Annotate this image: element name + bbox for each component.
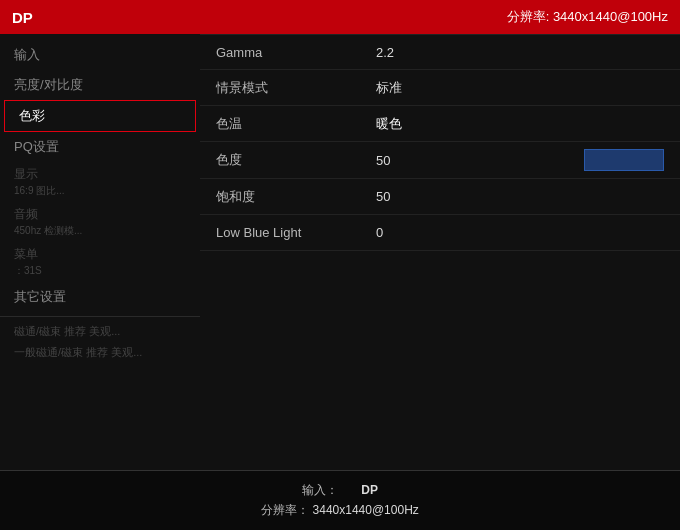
sidebar-item-sub2[interactable]: 一般磁通/磁束 推荐 美观... bbox=[0, 342, 200, 363]
sidebar: 输入 亮度/对比度 色彩 PQ设置 显示 16:9 图比... 音频 450hz… bbox=[0, 34, 200, 470]
content-area: 输入 亮度/对比度 色彩 PQ设置 显示 16:9 图比... 音频 450hz… bbox=[0, 34, 680, 470]
low-blue-value: 0 bbox=[376, 225, 664, 240]
sidebar-item-display[interactable]: 显示 16:9 图比... bbox=[0, 162, 200, 202]
resolution-display: 分辨率: 3440x1440@100Hz bbox=[507, 8, 668, 26]
gamma-label: Gamma bbox=[216, 45, 376, 60]
top-bar: DP 分辨率: 3440x1440@100Hz bbox=[0, 0, 680, 34]
low-blue-row[interactable]: Low Blue Light 0 bbox=[200, 215, 680, 251]
low-blue-label: Low Blue Light bbox=[216, 225, 376, 240]
sidebar-item-other[interactable]: 其它设置 bbox=[0, 282, 200, 312]
scene-label: 情景模式 bbox=[216, 79, 376, 97]
source-label: DP bbox=[12, 9, 33, 26]
gamma-row[interactable]: Gamma 2.2 bbox=[200, 34, 680, 70]
color-temp-row[interactable]: 色温 暖色 bbox=[200, 106, 680, 142]
main-panel: Gamma 2.2 情景模式 标准 色温 暖色 色度 50 饱和度 bbox=[200, 34, 680, 470]
sidebar-item-input[interactable]: 输入 bbox=[0, 40, 200, 70]
monitor-osd: DP 分辨率: 3440x1440@100Hz 输入 亮度/对比度 色彩 PQ设… bbox=[0, 0, 680, 530]
footer-res-label: 分辨率： bbox=[261, 503, 309, 517]
footer-input-label: 输入： bbox=[302, 483, 338, 497]
hue-label: 色度 bbox=[216, 151, 376, 169]
sidebar-item-color[interactable]: 色彩 bbox=[4, 100, 196, 132]
sidebar-divider-1 bbox=[0, 316, 200, 317]
sidebar-bottom-spacer bbox=[0, 363, 200, 403]
saturation-label: 饱和度 bbox=[216, 188, 376, 206]
sidebar-item-extra[interactable] bbox=[0, 403, 200, 418]
hue-row[interactable]: 色度 50 bbox=[200, 142, 680, 179]
saturation-value: 50 bbox=[376, 189, 664, 204]
footer-info: 输入： DP 分辨率： 3440x1440@100Hz bbox=[261, 481, 419, 519]
sidebar-item-pq[interactable]: PQ设置 bbox=[0, 132, 200, 162]
scene-value: 标准 bbox=[376, 79, 664, 97]
gamma-value: 2.2 bbox=[376, 45, 664, 60]
sidebar-item-menu[interactable]: 菜单 ：31S bbox=[0, 242, 200, 282]
hue-value: 50 bbox=[376, 153, 574, 168]
sidebar-item-brightness[interactable]: 亮度/对比度 bbox=[0, 70, 200, 100]
color-temp-value: 暖色 bbox=[376, 115, 664, 133]
sidebar-item-audio[interactable]: 音频 450hz 检测模... bbox=[0, 202, 200, 242]
footer-input-value: DP bbox=[361, 483, 378, 497]
bottom-bar: 输入： DP 分辨率： 3440x1440@100Hz bbox=[0, 470, 680, 530]
color-temp-label: 色温 bbox=[216, 115, 376, 133]
footer-res-value: 3440x1440@100Hz bbox=[313, 503, 419, 517]
sidebar-item-sub1[interactable]: 磁通/磁束 推荐 美观... bbox=[0, 321, 200, 342]
scene-row[interactable]: 情景模式 标准 bbox=[200, 70, 680, 106]
hue-indicator bbox=[584, 149, 664, 171]
saturation-row[interactable]: 饱和度 50 bbox=[200, 179, 680, 215]
